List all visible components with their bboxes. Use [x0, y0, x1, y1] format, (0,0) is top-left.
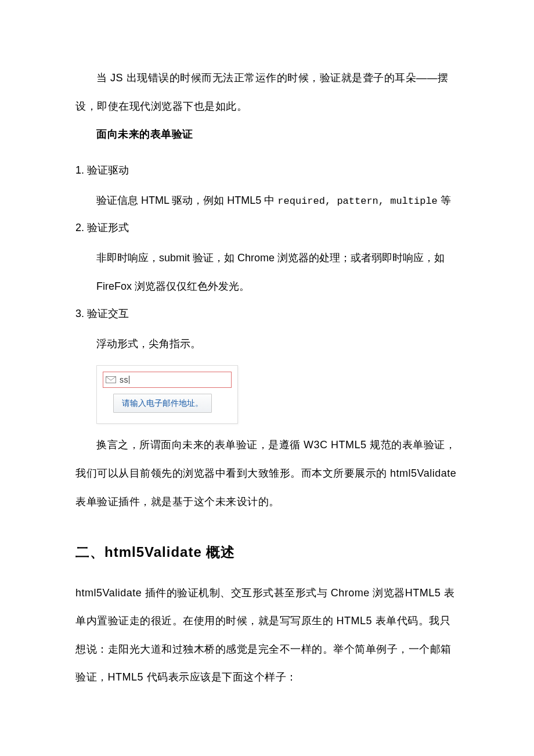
email-input-row: ss: [103, 372, 232, 388]
list-number: 3.: [75, 308, 84, 319]
mail-icon: [106, 376, 116, 383]
text: 等: [438, 195, 451, 206]
section-paragraph: html5Validate 插件的验证机制、交互形式甚至形式与 Chrome 浏…: [75, 579, 459, 692]
list-item: 1. 验证驱动 验证信息 HTML 驱动，例如 HTML5 中 required…: [75, 157, 459, 215]
intro-bold-heading: 面向未来的表单验证: [75, 120, 459, 149]
list-item: 3. 验证交互 浮动形式，尖角指示。 ss 请输入电子邮件地址。: [75, 300, 459, 424]
list-title: 验证驱动: [87, 164, 129, 176]
list-title: 验证形式: [87, 222, 129, 233]
section-title: html5Validate 概述: [104, 544, 235, 560]
section-heading: 二、html5Validate 概述: [75, 534, 459, 570]
tooltip-figure: ss 请输入电子邮件地址。: [96, 365, 238, 424]
list-body: 验证信息 HTML 驱动，例如 HTML5 中 required, patter…: [75, 186, 459, 215]
list-title: 验证交互: [87, 308, 129, 319]
list-item: 2. 验证形式 非即时响应，submit 验证，如 Chrome 浏览器的处理；…: [75, 214, 459, 300]
text-caret: [129, 376, 129, 384]
list-body: 浮动形式，尖角指示。: [75, 330, 459, 358]
intro-paragraph: 当 JS 出现错误的时候而无法正常运作的时候，验证就是聋子的耳朵——摆设，即使在…: [75, 64, 459, 120]
ordered-list: 1. 验证驱动 验证信息 HTML 驱动，例如 HTML5 中 required…: [75, 157, 459, 424]
list-number: 2.: [75, 222, 84, 233]
document-page: 当 JS 出现错误的时候而无法正常运作的时候，验证就是聋子的耳朵——摆设，即使在…: [0, 0, 534, 756]
code-inline: required, pattern, multiple: [277, 196, 437, 207]
email-input-value[interactable]: ss: [120, 376, 128, 384]
list-body: 非即时响应，submit 验证，如 Chrome 浏览器的处理；或者弱即时响应，…: [75, 244, 459, 300]
text: 验证信息 HTML 驱动，例如 HTML5 中: [96, 195, 277, 206]
validation-tooltip: 请输入电子邮件地址。: [113, 394, 212, 413]
list-number: 1.: [75, 164, 84, 176]
summary-paragraph: 换言之，所谓面向未来的表单验证，是遵循 W3C HTML5 规范的表单验证，我们…: [75, 431, 459, 516]
section-prefix: 二、: [75, 544, 104, 560]
